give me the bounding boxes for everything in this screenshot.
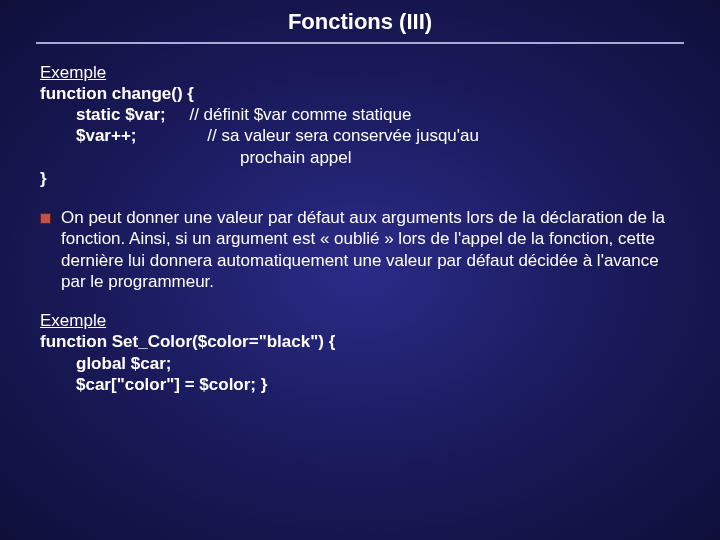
- slide-title: Fonctions (III): [36, 8, 684, 44]
- ex1-l3-comment: // sa valeur sera conservée jusqu'au: [207, 126, 479, 145]
- bullet-item: On peut donner une valeur par défaut aux…: [40, 207, 684, 292]
- ex2-l1-eq: =: [249, 332, 259, 351]
- square-bullet-icon: [40, 213, 51, 224]
- bullet-text: On peut donner une valeur par défaut aux…: [61, 207, 684, 292]
- ex1-l2-code: static $var;: [76, 105, 166, 124]
- ex1-l2-comment: // définit $var comme statique: [189, 105, 411, 124]
- slide: Fonctions (III) Exemple function change(…: [0, 0, 720, 433]
- ex2-line2: global $car;: [40, 353, 684, 374]
- example-label-2: Exemple: [40, 310, 684, 331]
- example-1: Exemple function change() { static $var;…: [40, 62, 684, 190]
- ex2-l1-b: ) {: [318, 332, 335, 351]
- ex1-line3: $var++; // sa valeur sera conservée jusq…: [40, 125, 684, 146]
- ex2-line1: function Set_Color($color="black") {: [40, 331, 684, 352]
- example-2: Exemple function Set_Color($color="black…: [40, 310, 684, 395]
- ex1-line2: static $var; // définit $var comme stati…: [40, 104, 684, 125]
- ex1-line4: prochain appel: [40, 147, 684, 168]
- ex1-line5: }: [40, 168, 684, 189]
- example-label: Exemple: [40, 62, 684, 83]
- ex1-l3-code: $var++;: [76, 126, 137, 145]
- ex2-l1-a: function Set_Color($color: [40, 332, 249, 351]
- ex2-line3: $car["color"] = $color; }: [40, 374, 684, 395]
- ex1-line1: function change() {: [40, 83, 684, 104]
- ex2-l1-str: "black": [259, 332, 319, 351]
